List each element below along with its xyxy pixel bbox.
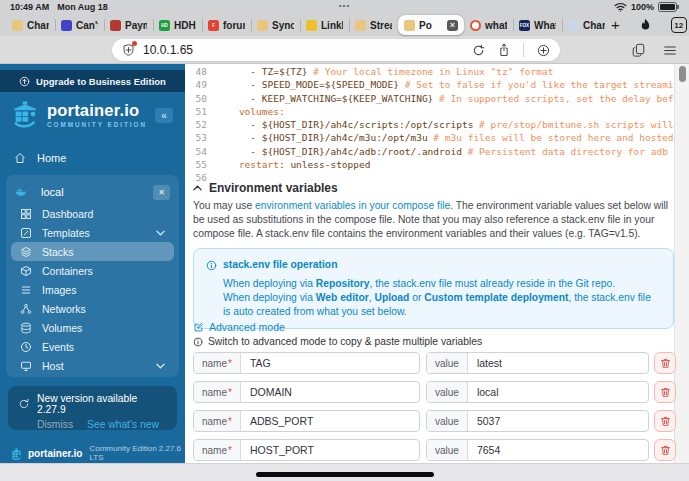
chevron-down-icon <box>156 363 165 369</box>
browser-tab[interactable]: HDHDHo <box>153 14 202 36</box>
sidebar-item-stacks[interactable]: Stacks <box>11 242 174 261</box>
name-input[interactable]: DOMAIN <box>241 382 419 402</box>
browser-tab[interactable]: Fforum <box>202 14 251 36</box>
tab-favicon <box>257 20 268 31</box>
info-box-line: When deploying via Repository, the stack… <box>223 277 661 291</box>
edit-icon <box>193 322 204 333</box>
tab-favicon: FOX <box>519 20 530 31</box>
name-label: name* <box>194 353 241 373</box>
url-text[interactable]: 10.0.1.65 <box>143 43 193 57</box>
sidebar-item-events[interactable]: Events <box>11 337 174 356</box>
share-icon[interactable] <box>498 43 510 57</box>
browser-tab[interactable]: Chan <box>562 14 611 36</box>
browser-tab[interactable]: Chan <box>6 14 55 36</box>
divider <box>523 43 524 57</box>
clock: 10:49 AM <box>10 2 49 12</box>
remove-variable-button[interactable] <box>654 352 676 374</box>
tab-label: Paym <box>125 20 147 31</box>
sidebar-item-containers[interactable]: Containers <box>11 261 174 280</box>
screen: 10:49 AM Mon Aug 18 ••• 100% ChanCan'tPa… <box>0 0 689 481</box>
name-input[interactable]: ADBS_PORT <box>241 411 419 431</box>
required-asterisk: * <box>228 358 232 369</box>
browser-tab[interactable]: Paym <box>104 14 153 36</box>
line-number: 49 <box>185 78 207 91</box>
sidebar-item-label: Templates <box>42 227 90 239</box>
extensions-plus-icon[interactable] <box>537 44 550 57</box>
tab-label: HDHo <box>174 20 196 31</box>
flame-icon[interactable] <box>639 18 652 33</box>
trash-icon <box>659 386 672 399</box>
battery-icon <box>658 2 677 12</box>
images-icon <box>20 284 32 296</box>
portainer-logo[interactable]: portainer.io COMMUNITY EDITION <box>10 100 147 130</box>
value-input[interactable]: 5037 <box>468 411 648 431</box>
value-input[interactable]: 7654 <box>468 440 648 460</box>
code-line: 49 - SPEED_MODE=${SPEED_MODE} # Set to f… <box>185 78 673 91</box>
browser-tab-active[interactable]: Po× <box>398 15 464 35</box>
dismiss-link[interactable]: Dismiss <box>37 419 73 430</box>
value-input[interactable]: local <box>468 382 648 402</box>
tab-favicon <box>306 20 317 31</box>
reload-icon[interactable] <box>472 44 485 57</box>
code-line: 52 - ${HOST_DIR}/ah4c/scripts:/opt/scrip… <box>185 118 673 131</box>
content-blocker-shield-icon[interactable] <box>122 43 135 57</box>
sidebar-item-images[interactable]: Images <box>11 280 174 299</box>
browser-tab[interactable]: Synol <box>251 14 300 36</box>
value-input[interactable]: latest <box>468 353 648 373</box>
env-variable-row: name*DOMAINvaluelocal <box>193 381 676 403</box>
compose-env-vars-link[interactable]: environment variables in your compose fi… <box>255 200 450 211</box>
sidebar-item-templates[interactable]: Templates <box>11 223 174 242</box>
address-bar-row: 10.0.1.65 <box>0 36 689 64</box>
remove-variable-button[interactable] <box>654 410 676 432</box>
whats-new-link[interactable]: See what's new <box>87 419 159 430</box>
tab-favicon <box>404 20 415 31</box>
sidebar-item-label: Dashboard <box>42 208 93 220</box>
browser-tab[interactable]: LinkPi <box>300 14 349 36</box>
sidebar-item-label: Networks <box>42 303 86 315</box>
tab-overview-button[interactable]: 12 <box>671 17 687 33</box>
address-bar[interactable]: 10.0.1.65 <box>112 39 560 61</box>
stack-env-info-box: stack.env file operation When deploying … <box>193 248 674 329</box>
footer-brand: portainer.io <box>28 448 82 459</box>
browser-tab[interactable]: Can't <box>55 14 104 36</box>
info-box-body: When deploying via Repository, the stack… <box>206 277 661 319</box>
code-text: - ${HOST_DIR}/ah4c/m3u:/opt/m3u # m3u fi… <box>216 131 673 144</box>
environment-close-icon[interactable]: ✕ <box>153 185 170 200</box>
sidebar-item-host[interactable]: Host <box>11 356 174 375</box>
copy-tabs-icon[interactable] <box>632 43 645 57</box>
name-input[interactable]: HOST_PORT <box>241 440 419 460</box>
browser-tab[interactable]: Strea <box>349 14 398 36</box>
upgrade-banner[interactable]: Upgrade to Business Edition <box>0 70 185 92</box>
remove-variable-button[interactable] <box>654 381 676 403</box>
sidebar-item-dashboard[interactable]: Dashboard <box>11 204 174 223</box>
compose-editor[interactable]: 48 - TZ=${TZ} # Your local timezone in L… <box>185 65 673 185</box>
sidebar-item-label: Images <box>42 284 76 296</box>
code-line: 48 - TZ=${TZ} # Your local timezone in L… <box>185 65 673 78</box>
sidebar-item-home[interactable]: Home <box>0 148 185 168</box>
environment-variables-section-header[interactable]: Environment variables <box>193 181 338 195</box>
environment-header[interactable]: local ✕ <box>6 180 179 204</box>
sidebar-item-networks[interactable]: Networks <box>11 299 174 318</box>
advanced-mode-toggle[interactable]: Advanced mode <box>193 321 285 333</box>
status-time-date: 10:49 AM Mon Aug 18 <box>10 2 108 12</box>
scrollbar-thumb[interactable] <box>679 66 686 82</box>
remove-variable-button[interactable] <box>654 439 676 461</box>
tab-close-icon[interactable]: × <box>447 20 458 31</box>
name-input[interactable]: TAG <box>241 353 419 373</box>
browser-tab[interactable]: what <box>464 14 513 36</box>
events-icon <box>20 341 32 353</box>
tab-favicon <box>470 20 481 31</box>
menu-icon[interactable] <box>663 45 677 56</box>
multitask-indicator: ••• <box>339 1 350 10</box>
browser-tab[interactable]: FOXWhat <box>513 14 562 36</box>
home-icon <box>14 152 26 164</box>
home-indicator[interactable] <box>256 472 434 477</box>
new-tab-button[interactable]: + <box>611 18 620 32</box>
tab-favicon <box>568 20 579 31</box>
environment-variable-list: name*TAGvaluelatestname*DOMAINvaluelocal… <box>193 352 676 461</box>
name-label: name* <box>194 411 241 431</box>
sidebar-collapse-button[interactable]: « <box>155 108 173 123</box>
environment-section: local ✕ DashboardTemplatesStacksContaine… <box>6 175 179 377</box>
sidebar-item-volumes[interactable]: Volumes <box>11 318 174 337</box>
code-line: 51 volumes: <box>185 105 673 118</box>
